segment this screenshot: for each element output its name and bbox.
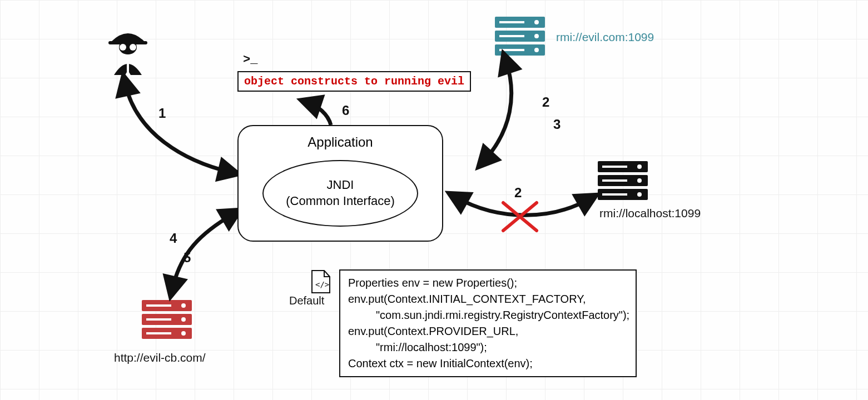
- svg-point-8: [534, 34, 539, 38]
- server-icon-rmi-evil: [495, 17, 545, 56]
- svg-point-9: [534, 48, 539, 52]
- svg-rect-23: [142, 314, 192, 325]
- server-icon-rmi-local: [598, 161, 648, 200]
- svg-rect-10: [499, 21, 524, 23]
- svg-point-7: [534, 20, 539, 24]
- svg-rect-28: [146, 304, 171, 307]
- server-icon-http-evil: [142, 300, 192, 339]
- svg-point-27: [181, 331, 186, 336]
- svg-rect-13: [598, 161, 648, 172]
- step-3: 3: [553, 117, 561, 132]
- hacker-icon: [108, 33, 147, 75]
- svg-point-3: [130, 44, 136, 51]
- application-title: Application: [239, 134, 442, 150]
- svg-rect-6: [495, 44, 545, 56]
- svg-point-2: [120, 44, 126, 51]
- svg-point-18: [637, 192, 642, 197]
- code-file-icon: </>: [312, 271, 330, 293]
- application-box: Application JNDI (Common Interface): [237, 125, 443, 242]
- step-1: 1: [158, 106, 166, 121]
- step-6: 6: [342, 103, 349, 118]
- svg-rect-5: [495, 31, 545, 42]
- svg-line-33: [503, 203, 537, 231]
- code-snippet-box: Properties env = new Properties(); env.p…: [339, 269, 637, 377]
- svg-rect-1: [108, 41, 147, 44]
- code-line-3: "com.sun.jndi.rmi.registry.RegistryConte…: [348, 307, 628, 323]
- svg-rect-15: [598, 189, 648, 200]
- svg-rect-20: [602, 179, 627, 182]
- jndi-line-2: (Common Interface): [264, 193, 417, 209]
- terminal-output-box: object constructs to running evil: [237, 71, 471, 92]
- svg-line-32: [503, 203, 537, 231]
- jndi-ellipse: JNDI (Common Interface): [262, 160, 418, 227]
- label-http-evil: http://evil-cb.com/: [114, 351, 206, 364]
- svg-point-25: [181, 303, 186, 308]
- step-5: 5: [183, 250, 191, 266]
- svg-rect-30: [146, 332, 171, 334]
- svg-rect-22: [142, 300, 192, 311]
- svg-rect-12: [499, 49, 524, 51]
- svg-rect-24: [142, 328, 192, 339]
- arrow-6: [309, 103, 331, 125]
- svg-rect-11: [499, 35, 524, 37]
- arrow-2x: [456, 197, 589, 215]
- label-rmi-local: rmi://localhost:1099: [599, 207, 701, 220]
- svg-rect-29: [146, 318, 171, 321]
- arrow-2-3: [484, 61, 512, 161]
- svg-point-16: [637, 164, 642, 169]
- step-2: 2: [542, 94, 549, 110]
- jndi-line-1: JNDI: [264, 177, 417, 193]
- svg-text:</>: </>: [315, 280, 329, 289]
- arrow-4-5: [172, 214, 234, 289]
- terminal-prompt: >_: [243, 53, 257, 67]
- svg-point-0: [119, 40, 137, 54]
- svg-rect-19: [602, 166, 627, 168]
- step-4: 4: [170, 231, 177, 246]
- svg-point-26: [181, 317, 186, 322]
- svg-rect-4: [495, 17, 545, 28]
- code-line-2: env.put(Context.INITIAL_CONTEXT_FACTORY,: [348, 291, 628, 307]
- red-cross-icon: [503, 203, 537, 231]
- svg-rect-21: [602, 193, 627, 196]
- code-line-4: env.put(Context.PROVIDER_URL,: [348, 323, 628, 339]
- svg-point-17: [637, 178, 642, 183]
- code-line-6: Context ctx = new InitialContext(env);: [348, 356, 628, 372]
- default-label: Default: [289, 294, 324, 307]
- label-rmi-evil: rmi://evil.com:1099: [556, 31, 654, 44]
- arrow-1: [125, 83, 231, 172]
- step-2x: 2: [514, 185, 522, 201]
- code-line-5: "rmi://localhost:1099");: [348, 339, 628, 356]
- code-line-1: Properties env = new Properties();: [348, 275, 628, 291]
- svg-rect-14: [598, 175, 648, 186]
